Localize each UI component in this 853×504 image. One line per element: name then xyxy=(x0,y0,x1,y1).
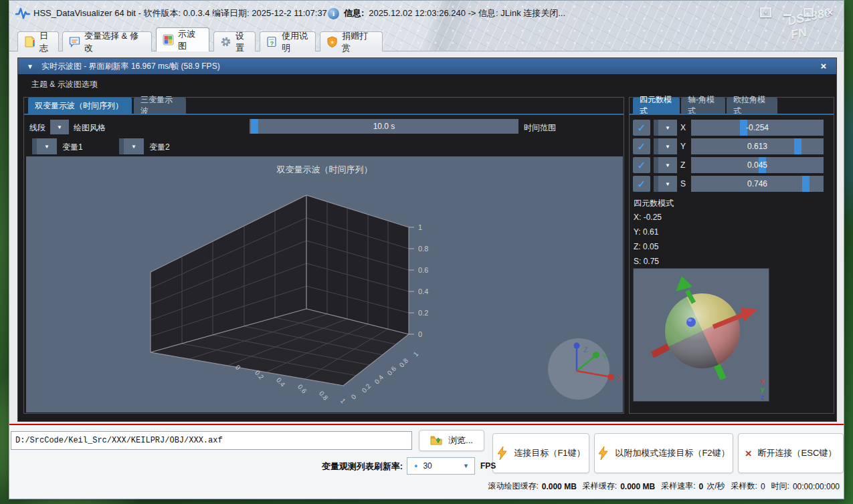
refresh-rate-combobox[interactable]: ● 30 ▼ xyxy=(407,457,475,475)
plot-style-value[interactable]: 线段 xyxy=(29,122,45,134)
chevron-down-icon: ▼ xyxy=(131,144,136,150)
var2-dropdown[interactable]: ▼ xyxy=(124,138,144,154)
tab-label: 日志 xyxy=(39,30,52,54)
firmware-path-input[interactable] xyxy=(11,431,412,450)
chevron-down-icon: ▼ xyxy=(44,144,50,150)
log-icon xyxy=(24,36,35,47)
s-dropdown[interactable]: ▼ xyxy=(658,176,677,192)
s-color-strip[interactable] xyxy=(654,176,658,192)
sample-rate-value: 0 xyxy=(699,482,704,491)
tab-label: 使用说明 xyxy=(282,30,309,54)
panel-close-icon[interactable]: × xyxy=(816,58,831,74)
scope-panel-header[interactable]: ▼ 实时示波图 - 界面刷新率 16.967 ms/帧 (58.9 FPS) × xyxy=(18,58,836,74)
scope-header-title: 实时示波图 - 界面刷新率 16.967 ms/帧 (58.9 FPS) xyxy=(41,61,220,72)
z-value-slider[interactable]: 0.045 xyxy=(691,157,824,173)
tab-quaternion-mode[interactable]: 四元数模式 xyxy=(633,98,680,114)
info-icon: i xyxy=(328,8,339,19)
waveform-3d-plot[interactable]: 1 0.8 0.6 0.4 0.2 0 0 0.2 0.4 0.6 0.8 1 xyxy=(26,156,623,412)
svg-text:0.4: 0.4 xyxy=(373,373,385,385)
quaternion-sphere[interactable]: x y z xyxy=(634,269,769,401)
tab-euler-mode[interactable]: 欧拉角模式 xyxy=(727,98,777,114)
y-arrow-head xyxy=(676,276,692,291)
browse-button[interactable]: 浏览... xyxy=(419,430,484,451)
browse-label: 浏览... xyxy=(448,434,473,447)
tab-dual-variable[interactable]: 双变量示波（时间序列） xyxy=(28,98,132,114)
y-checkbox[interactable]: ✓ xyxy=(633,138,650,154)
refresh-rate-label: 变量观测列表刷新率: xyxy=(230,461,403,473)
x-value-slider[interactable]: -0.254 xyxy=(691,120,824,136)
readout-z: Z: 0.05 xyxy=(634,242,658,251)
waveform-3d-chart[interactable]: 双变量示波（时间序列） 1 0.8 0.6 xyxy=(26,156,623,412)
minimize-button[interactable] xyxy=(779,6,795,19)
tab-triple-variable[interactable]: 三变量示波 xyxy=(134,98,186,114)
close-button[interactable]: × xyxy=(822,6,838,19)
waveform-subpanel: 双变量示波（时间序列） 三变量示波 线段 ▼ 绘图风格 10.0 s 时间范围 … xyxy=(23,97,624,414)
maximize-button[interactable] xyxy=(800,6,817,19)
var1-color-strip[interactable] xyxy=(32,138,37,154)
z-checkbox[interactable]: ✓ xyxy=(633,157,650,173)
check-icon: ✓ xyxy=(637,178,646,191)
svg-text:0.8: 0.8 xyxy=(418,245,428,253)
var2-color-strip[interactable] xyxy=(119,138,124,154)
var1-dropdown[interactable]: ▼ xyxy=(37,138,57,154)
plot-style-dropdown[interactable]: ▼ xyxy=(50,120,69,134)
x-axis-label: X xyxy=(680,123,686,132)
quaternion-3d-view[interactable]: x y z xyxy=(633,268,769,402)
legend-z: z xyxy=(761,394,764,401)
svg-text:0.4: 0.4 xyxy=(275,376,287,388)
disconnect-x-icon: × xyxy=(745,448,752,459)
y-axis-label: Y xyxy=(680,142,686,151)
chevron-down-icon: ▼ xyxy=(665,181,670,187)
x-axis-dot xyxy=(607,374,614,380)
tab-settings[interactable]: 设置 xyxy=(213,31,256,51)
x-arrow-head xyxy=(741,307,757,322)
tab-help[interactable]: ? 使用说明 xyxy=(260,31,316,51)
svg-text:0.8: 0.8 xyxy=(318,390,330,402)
legend-x: x xyxy=(761,378,765,385)
attach-connect-button[interactable]: 以附加模式连接目标（F2键） xyxy=(594,433,733,473)
tab-axis-angle-mode[interactable]: 轴-角模式 xyxy=(681,98,725,114)
s-value-slider[interactable]: 0.746 xyxy=(691,176,824,192)
tab-oscilloscope[interactable]: 示波图 xyxy=(156,27,209,51)
z-color-strip[interactable] xyxy=(654,157,658,173)
fps-label: FPS xyxy=(480,461,496,471)
scroll-buffer-value: 0.000 MB xyxy=(542,482,577,491)
x-color-strip[interactable] xyxy=(654,120,658,136)
check-icon: ✓ xyxy=(637,140,646,153)
dock-button[interactable]: ▾ xyxy=(757,6,774,19)
svg-text:?: ? xyxy=(270,40,274,47)
tab-donate[interactable]: ★ 捐赠打赏 xyxy=(320,31,383,51)
tab-label: 示波图 xyxy=(178,28,203,52)
disconnect-label: 断开连接（ESC键） xyxy=(758,447,837,459)
z-value: 0.045 xyxy=(691,157,824,173)
x-value: -0.254 xyxy=(691,120,824,136)
donate-icon: ★ xyxy=(326,36,338,47)
sample-count-label: 采样数: xyxy=(731,481,757,492)
svg-text:0: 0 xyxy=(349,393,357,401)
svg-text:0.2: 0.2 xyxy=(361,382,373,394)
orientation-gizmo[interactable]: Z Y X xyxy=(548,338,623,400)
readout-y: Y: 0.61 xyxy=(634,227,658,237)
check-icon: ✓ xyxy=(637,159,646,172)
z-dropdown[interactable]: ▼ xyxy=(658,157,677,173)
x-checkbox[interactable]: ✓ xyxy=(633,120,650,136)
disconnect-button[interactable]: × 断开连接（ESC键） xyxy=(738,433,844,473)
tab-variable-select[interactable]: 变量选择 & 修改 xyxy=(62,31,152,51)
tab-log[interactable]: 日志 xyxy=(17,31,59,51)
time-range-slider[interactable]: 10.0 s xyxy=(250,119,518,134)
z-axis-knob xyxy=(686,318,696,327)
s-checkbox[interactable]: ✓ xyxy=(633,176,650,192)
y-color-strip[interactable] xyxy=(654,138,658,154)
svg-text:★: ★ xyxy=(330,39,335,45)
gizmo-x-label: X xyxy=(618,374,623,382)
lightning-icon xyxy=(496,447,508,460)
connect-button[interactable]: 连接目标（F1键） xyxy=(492,433,589,473)
tab-label: 变量选择 & 修改 xyxy=(84,30,145,54)
z-axis-label: Z xyxy=(680,160,685,170)
y-value-slider[interactable]: 0.613 xyxy=(691,138,824,154)
y-dropdown[interactable]: ▼ xyxy=(658,138,677,154)
x-dropdown[interactable]: ▼ xyxy=(658,120,677,136)
z-axis-ticks xyxy=(409,227,414,334)
chevron-down-icon: ▼ xyxy=(57,124,62,130)
collapse-icon[interactable]: ▼ xyxy=(27,63,33,70)
